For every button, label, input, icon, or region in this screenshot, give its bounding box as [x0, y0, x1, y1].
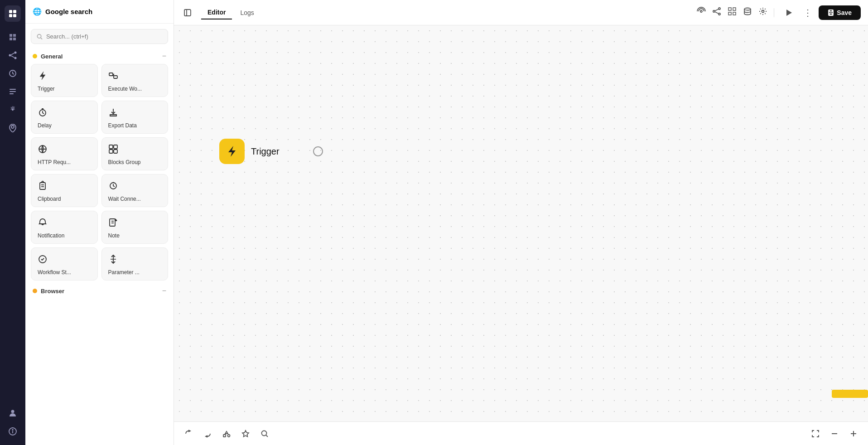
svg-line-46 — [715, 9, 719, 11]
block-trigger-label: Trigger — [38, 86, 55, 92]
more-options-btn[interactable]: ⋮ — [803, 7, 812, 18]
star-btn[interactable] — [238, 426, 253, 441]
svg-rect-30 — [40, 183, 45, 189]
block-workflow-state[interactable]: Workflow St... — [31, 247, 98, 281]
browser-dot — [33, 289, 37, 293]
general-section-header: General − — [25, 49, 174, 64]
svg-point-60 — [228, 435, 230, 437]
workflow-state-icon — [38, 254, 48, 266]
block-http-request[interactable]: HTTP Requ... — [31, 137, 98, 170]
trigger-icon-box — [219, 139, 245, 164]
block-clipboard[interactable]: Clipboard — [31, 174, 98, 207]
svg-point-5 — [14, 52, 17, 54]
svg-rect-48 — [728, 8, 731, 10]
svg-rect-40 — [184, 10, 191, 16]
svg-point-13 — [11, 126, 14, 128]
trigger-bolt-icon — [225, 145, 239, 158]
globe-icon: 🌐 — [33, 7, 42, 16]
nav-icon-info[interactable] — [5, 423, 21, 440]
browser-label: Browser — [41, 288, 64, 295]
svg-marker-58 — [228, 146, 236, 157]
undo-btn[interactable] — [181, 426, 196, 441]
general-label: General — [41, 53, 63, 60]
block-wait-connection[interactable]: Wait Conne... — [101, 174, 169, 207]
nav-icon-history[interactable] — [5, 65, 21, 82]
block-note[interactable]: Note — [101, 211, 169, 244]
main-area: Editor Logs ⋮ — [174, 0, 868, 445]
save-button[interactable]: Save — [819, 5, 861, 20]
tab-editor[interactable]: Editor — [201, 6, 232, 19]
add-block-btn[interactable] — [219, 426, 234, 441]
trigger-node[interactable]: Trigger — [219, 139, 323, 164]
block-parameter[interactable]: Parameter ... — [101, 247, 169, 281]
search-box[interactable] — [31, 29, 168, 44]
nav-icon-workflows[interactable] — [5, 47, 21, 63]
block-notification[interactable]: Notification — [31, 211, 98, 244]
block-execute-workflow[interactable]: Execute Wo... — [101, 64, 169, 97]
trigger-icon — [38, 71, 48, 83]
block-delay[interactable]: Delay — [31, 101, 98, 134]
svg-line-62 — [266, 435, 268, 437]
run-btn[interactable] — [781, 5, 797, 21]
block-export-data[interactable]: Export Data — [101, 101, 169, 134]
redo-btn[interactable] — [200, 426, 215, 441]
blocks-group-icon — [108, 144, 118, 156]
svg-rect-3 — [13, 14, 16, 17]
execute-workflow-icon — [108, 71, 118, 83]
svg-rect-1 — [13, 10, 16, 13]
http-request-icon — [38, 144, 48, 156]
grid-icon[interactable] — [728, 7, 737, 18]
search-input[interactable] — [46, 33, 162, 40]
tab-logs[interactable]: Logs — [234, 6, 260, 19]
block-export-label: Export Data — [108, 122, 137, 129]
svg-rect-10 — [10, 89, 16, 90]
svg-rect-2 — [9, 14, 12, 17]
canvas[interactable]: Trigger — [174, 25, 868, 421]
svg-rect-0 — [9, 10, 12, 13]
svg-point-34 — [113, 182, 114, 183]
sidebar-toggle-btn[interactable] — [181, 6, 194, 19]
general-collapse-btn[interactable]: − — [162, 52, 166, 60]
block-parameter-label: Parameter ... — [108, 269, 140, 276]
antenna-icon[interactable] — [697, 7, 706, 18]
nav-icon-location[interactable] — [5, 120, 21, 136]
svg-point-18 — [37, 34, 41, 38]
topbar: Editor Logs ⋮ — [174, 0, 868, 25]
svg-rect-21 — [109, 73, 113, 76]
clipboard-icon — [38, 181, 48, 193]
zoom-out-btn[interactable] — [827, 426, 842, 441]
zoom-controls — [808, 426, 861, 441]
app-logo[interactable] — [5, 5, 21, 22]
block-notification-label: Notification — [38, 232, 64, 239]
block-blocks-group-label: Blocks Group — [108, 159, 141, 165]
svg-point-4 — [9, 54, 11, 57]
block-trigger[interactable]: Trigger — [31, 64, 98, 97]
fullscreen-btn[interactable] — [808, 426, 823, 441]
sidebar-header: 🌐 Google search — [25, 0, 174, 24]
trigger-connector[interactable] — [313, 146, 323, 156]
browser-collapse-btn[interactable]: − — [162, 287, 166, 295]
icon-nav — [0, 0, 25, 445]
database-icon[interactable] — [743, 7, 752, 18]
notification-icon — [38, 218, 48, 230]
parameter-icon — [108, 254, 118, 266]
svg-rect-12 — [10, 93, 14, 94]
block-wait-label: Wait Conne... — [108, 196, 141, 202]
share-icon[interactable] — [712, 7, 721, 18]
search-canvas-btn[interactable] — [257, 426, 272, 441]
svg-line-47 — [715, 12, 719, 14]
nav-icon-blocks[interactable] — [5, 29, 21, 45]
svg-rect-27 — [114, 145, 117, 149]
sidebar: 🌐 Google search General − Trigger — [25, 0, 174, 445]
svg-rect-51 — [733, 12, 736, 15]
zoom-in-btn[interactable] — [846, 426, 861, 441]
general-blocks-grid: Trigger Execute Wo... Delay — [25, 64, 174, 284]
svg-rect-49 — [733, 8, 736, 10]
nav-icon-user[interactable] — [5, 405, 21, 421]
settings-icon[interactable] — [758, 7, 767, 18]
nav-icon-settings[interactable] — [5, 102, 21, 118]
block-blocks-group[interactable]: Blocks Group — [101, 137, 169, 170]
nav-icon-logs[interactable] — [5, 83, 21, 100]
svg-point-45 — [719, 13, 720, 15]
svg-point-14 — [11, 410, 14, 413]
